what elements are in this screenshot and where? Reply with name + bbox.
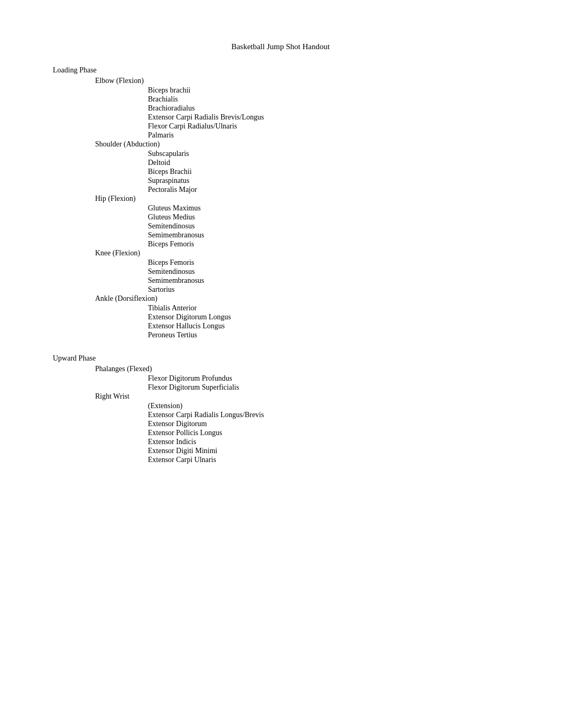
muscle-item: Gluteus Medius (148, 213, 508, 222)
muscle-item: Semimembranosus (148, 231, 508, 239)
muscle-item: Subscapularis (148, 150, 508, 158)
muscle-item: Extensor Carpi Radialis Brevis/Longus (148, 113, 508, 122)
content: Loading PhaseElbow (Flexion)Biceps brach… (53, 66, 508, 464)
joint-label: Shoulder (Abduction) (95, 140, 508, 149)
muscle-item: Tibialis Anterior (148, 304, 508, 312)
muscle-item: Biceps Brachii (148, 168, 508, 176)
muscle-item: Flexor Digitorum Superficialis (148, 383, 508, 392)
muscle-item: Extensor Digitorum Longus (148, 313, 508, 321)
muscle-item: Biceps Femoris (148, 240, 508, 248)
muscle-item: Peroneus Tertius (148, 331, 508, 339)
muscle-item: Extensor Digitorum (148, 420, 508, 428)
page-title: Basketball Jump Shot Handout (53, 42, 508, 51)
muscle-item: Extensor Indicis (148, 438, 508, 446)
muscle-item: Extensor Pollicis Longus (148, 429, 508, 437)
muscle-item: Palmaris (148, 131, 508, 140)
section-0: Loading PhaseElbow (Flexion)Biceps brach… (53, 66, 508, 339)
muscle-item: Deltoid (148, 159, 508, 167)
muscle-item: Extensor Hallucis Longus (148, 322, 508, 330)
section-1: Upward PhasePhalanges (Flexed)Flexor Dig… (53, 354, 508, 464)
muscle-item: Flexor Digitorum Profundus (148, 374, 508, 383)
muscle-item: Extensor Carpi Ulnaris (148, 456, 508, 464)
muscle-item: Flexor Carpi Radialus/Ulnaris (148, 122, 508, 131)
muscle-item: Biceps Femoris (148, 259, 508, 267)
muscle-item: Semitendinosus (148, 222, 508, 231)
joint-label: Knee (Flexion) (95, 249, 508, 257)
muscle-item: Supraspinatus (148, 177, 508, 185)
muscle-item: Extensor Digiti Minimi (148, 447, 508, 455)
muscle-item: Brachioradialus (148, 104, 508, 113)
joint-label: Phalanges (Flexed) (95, 365, 508, 373)
joint-label: Right Wrist (95, 392, 508, 401)
joint-label: Ankle (Dorsiflexion) (95, 294, 508, 303)
sub-label: (Extension) (148, 402, 508, 410)
joint-label: Hip (Flexion) (95, 195, 508, 203)
muscle-item: Sartorius (148, 285, 508, 294)
joint-label: Elbow (Flexion) (95, 77, 508, 85)
muscle-item: Semimembranosus (148, 277, 508, 285)
muscle-item: Biceps brachii (148, 86, 508, 95)
muscle-item: Gluteus Maximus (148, 204, 508, 213)
phase-label: Upward Phase (53, 354, 508, 363)
muscle-item: Extensor Carpi Radialis Longus/Brevis (148, 411, 508, 419)
muscle-item: Brachialis (148, 95, 508, 104)
phase-label: Loading Phase (53, 66, 508, 75)
muscle-item: Semitendinosus (148, 268, 508, 276)
muscle-item: Pectoralis Major (148, 186, 508, 194)
